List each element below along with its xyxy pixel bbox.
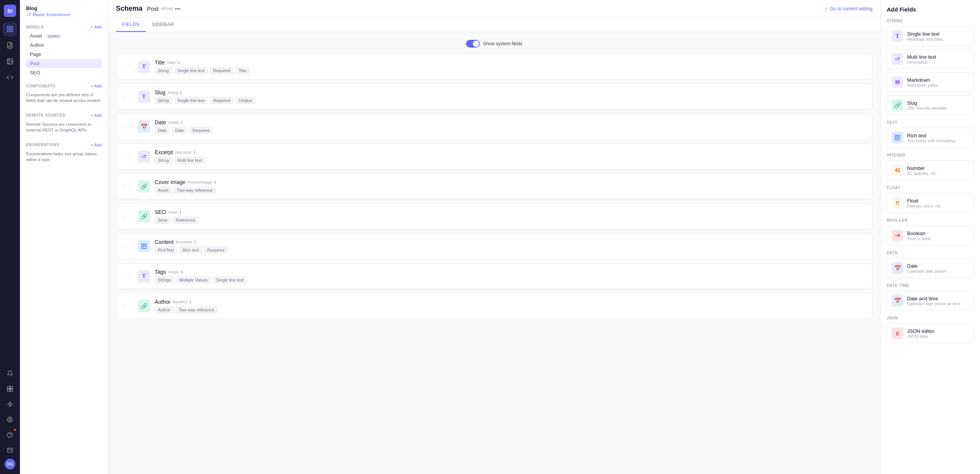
nav-webhooks[interactable] <box>3 397 17 411</box>
field-type-boolean[interactable]: Boolean True or false <box>887 225 974 245</box>
field-icon-author: 🔗 <box>138 300 150 312</box>
section-label-datetime: DATE TIME <box>887 283 974 288</box>
app-name: Blog <box>26 5 102 11</box>
drag-handle[interactable]: ⋮⋮ <box>122 123 133 130</box>
nav-apps[interactable] <box>3 382 17 396</box>
drag-handle[interactable]: ⋮⋮ <box>122 273 133 279</box>
nav-content[interactable] <box>3 38 17 52</box>
nav-assets[interactable] <box>3 54 17 68</box>
add-remote-source-button[interactable]: + Add <box>91 113 102 118</box>
section-label-float: FLOAT <box>887 186 974 190</box>
field-row-slug: ⋮⋮ T Slug #slug ℹ String Single line tex… <box>116 84 873 110</box>
field-type-datetime[interactable]: 📅 Date and time Calendar date picker w/ … <box>887 291 974 311</box>
field-info-icon[interactable]: ℹ <box>180 90 182 95</box>
field-type-multi-line[interactable]: ≡T Multi line text Description <box>887 49 974 69</box>
field-row-date: ⋮⋮ 📅 Date #date ℹ Date Date Required <box>116 114 873 140</box>
field-type-date[interactable]: 📅 Date Calendar date picker <box>887 258 974 278</box>
nav-project-settings[interactable] <box>3 413 17 426</box>
field-icon-slug: T <box>138 91 150 103</box>
field-info-icon[interactable]: ℹ <box>190 300 191 304</box>
field-row-content: ⋮⋮ Content #content ℹ RichText Rich text… <box>116 233 873 259</box>
sidebar-item-asset[interactable]: Assetsystem <box>26 31 102 41</box>
app-logo[interactable]: BI <box>4 5 16 17</box>
field-name-excerpt: Excerpt <box>155 149 173 155</box>
field-info-icon[interactable]: ℹ <box>194 150 195 155</box>
nav-help[interactable] <box>3 428 17 442</box>
enumerations-section: ENUMERATIONS + Add Enumerations helps yo… <box>20 138 108 168</box>
section-label-integer: INTEGER <box>887 153 974 157</box>
user-avatar[interactable]: DG <box>5 459 15 469</box>
sidebar-item-seo[interactable]: SEO <box>26 68 102 77</box>
field-name-date: Date <box>155 119 166 125</box>
sidebar: Blog ⎇ Master Environment MODELS + Add A… <box>20 0 108 474</box>
field-name-tags: Tags <box>155 269 166 275</box>
show-system-fields-label: Show system fields <box>483 41 522 46</box>
svg-rect-8 <box>7 386 10 388</box>
nav-contact[interactable] <box>3 443 17 457</box>
field-name-author: Author <box>155 299 170 305</box>
field-row-tags: ⋮⋮ T Tags #tags ℹ Strings Multiple Value… <box>116 263 873 289</box>
field-icon-seo: 🔗 <box>138 210 150 222</box>
nav-schema[interactable] <box>3 22 17 36</box>
add-model-button[interactable]: + Add <box>91 25 102 29</box>
drag-handle[interactable]: ⋮⋮ <box>122 153 133 160</box>
field-info-icon[interactable]: ℹ <box>194 240 196 245</box>
svg-rect-11 <box>10 389 13 392</box>
field-row-coverimage: ⋮⋮ 🔗 Cover Image #coverImage ℹ Asset Two… <box>116 173 873 199</box>
field-info-icon[interactable]: ℹ <box>180 210 181 215</box>
field-info-icon[interactable]: ℹ <box>181 270 183 275</box>
show-system-fields-toggle-row: Show system fields <box>116 40 873 48</box>
more-options-icon[interactable]: ••• <box>175 6 181 12</box>
left-nav: BI DG <box>0 0 20 474</box>
section-label-json: JSON <box>887 316 974 320</box>
main-content: Schema Post #Post ••• ✓ Go to content ed… <box>108 0 880 474</box>
drag-handle[interactable]: ⋮⋮ <box>122 243 133 249</box>
tab-fields[interactable]: FIELDS <box>116 18 146 32</box>
main-header: Schema Post #Post ••• ✓ Go to content ed… <box>108 0 880 18</box>
section-label-string: STRING <box>887 19 974 23</box>
svg-point-7 <box>8 60 9 61</box>
nav-api[interactable] <box>3 71 17 84</box>
add-enumeration-button[interactable]: + Add <box>91 143 102 147</box>
drag-handle[interactable]: ⋮⋮ <box>122 64 133 70</box>
field-row-author: ⋮⋮ 🔗 Author #author ℹ Author Two-way ref… <box>116 293 873 319</box>
field-info-icon[interactable]: ℹ <box>181 120 183 125</box>
drag-handle[interactable]: ⋮⋮ <box>122 94 133 100</box>
section-label-boolean: BOOLEAN <box>887 218 974 222</box>
model-name: Post <box>147 5 159 12</box>
models-section: MODELS + Add Assetsystem Author Page Pos… <box>20 20 108 79</box>
field-info-icon[interactable]: ℹ <box>215 180 216 185</box>
model-api-id: #Post <box>161 6 173 12</box>
field-type-single-line[interactable]: T Single line text Headings and titles <box>887 26 974 46</box>
field-type-json[interactable]: {} JSON editor JSON data <box>887 323 974 343</box>
drag-handle[interactable]: ⋮⋮ <box>122 303 133 309</box>
sidebar-item-post[interactable]: Post <box>26 59 102 68</box>
svg-rect-1 <box>11 26 13 28</box>
field-icon-content <box>138 240 150 252</box>
field-row-excerpt: ⋮⋮ ≡T Excerpt #excerpt ℹ String Multi li… <box>116 143 873 170</box>
field-info-icon[interactable]: ℹ <box>178 60 180 65</box>
sidebar-item-author[interactable]: Author <box>26 41 102 50</box>
show-system-fields-toggle[interactable] <box>466 40 480 48</box>
svg-rect-10 <box>7 389 10 392</box>
section-label-text: TEXT <box>887 120 974 125</box>
sidebar-item-page[interactable]: Page <box>26 50 102 59</box>
field-row-seo: ⋮⋮ 🔗 SEO #seo ℹ Seos Reference <box>116 203 873 229</box>
field-type-float[interactable]: π Float Ratings, price, etc. <box>887 193 974 213</box>
field-name-seo: SEO <box>155 209 166 215</box>
tab-sidebar[interactable]: SIDEBAR <box>146 18 180 32</box>
nav-notifications[interactable] <box>3 367 17 380</box>
section-label-date: DATE <box>887 251 974 255</box>
field-type-slug[interactable]: 🔗 Slug URL friendly identifier <box>887 95 974 115</box>
panel-title: Add Fields <box>887 6 974 13</box>
field-type-number[interactable]: 42 Number ID, quantity, etc. <box>887 160 974 180</box>
sidebar-header: Blog ⎇ Master Environment <box>20 0 108 20</box>
field-row-title: ⋮⋮ T Title #title ℹ String Single line t… <box>116 54 873 80</box>
drag-handle[interactable]: ⋮⋮ <box>122 183 133 189</box>
field-name-content: Content <box>155 239 174 245</box>
field-type-rich-text[interactable]: Rich text Text editor with formatting <box>887 128 974 148</box>
go-to-content-link[interactable]: ✓ Go to content editing <box>825 6 873 12</box>
add-component-button[interactable]: + Add <box>91 84 102 88</box>
field-type-markdown[interactable]: M Markdown Markdown editor <box>887 72 974 92</box>
drag-handle[interactable]: ⋮⋮ <box>122 213 133 219</box>
